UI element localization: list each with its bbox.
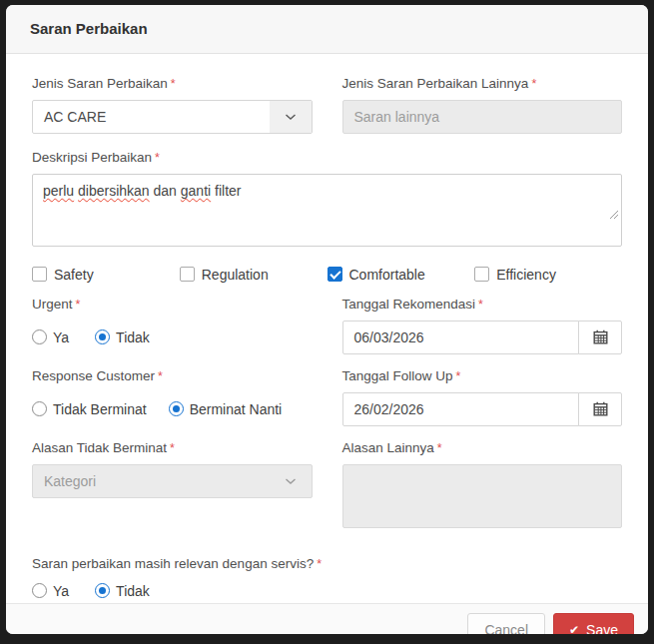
radio-relevan-tidak[interactable]: Tidak — [95, 583, 150, 599]
radio-label: Tidak — [116, 329, 150, 345]
radio-label: Tidak — [116, 583, 150, 599]
field-label: Tanggal Follow Up* — [342, 368, 623, 383]
field-urgent: Urgent* Ya Tidak — [32, 297, 313, 354]
modal-footer: Cancel ✔ Save — [6, 603, 648, 634]
field-label: Urgent* — [32, 297, 313, 312]
radio-label: Ya — [53, 583, 69, 599]
radio-tidak-berminat[interactable]: Tidak Berminat — [32, 401, 147, 417]
checkbox-icon — [180, 267, 195, 282]
field-relevan: Saran perbaikan masih relevan dengan ser… — [32, 556, 622, 603]
check-icon — [329, 269, 340, 280]
field-label: Alasan Tidak Berminat* — [32, 440, 313, 455]
tanggal-follow-up-input[interactable]: 26/02/2026 — [342, 392, 580, 426]
radio-label: Tidak Berminat — [53, 401, 147, 417]
radio-icon — [95, 583, 110, 598]
field-jenis-saran-lainnya: Jenis Saran Perbaikan Lainnya* Saran lai… — [342, 76, 623, 134]
text-segment: dan — [150, 183, 181, 199]
text-segment: perlu — [43, 183, 74, 199]
response-customer-radio-group: Tidak Berminat Berminat Nanti — [32, 392, 313, 426]
deskripsi-textarea[interactable]: perlu dibersihkan dan ganti filter — [32, 174, 622, 247]
checkbox-label: Comfortable — [349, 267, 425, 283]
field-deskripsi: Deskripsi Perbaikan* perlu dibersihkan d… — [32, 150, 622, 247]
checkbox-regulation[interactable]: Regulation — [180, 267, 327, 283]
field-response-customer: Response Customer* Tidak Berminat Bermin… — [32, 368, 313, 426]
checkbox-label: Regulation — [202, 267, 269, 283]
jenis-saran-select[interactable]: AC CARE — [32, 100, 313, 134]
field-label: Alasan Lainnya* — [342, 440, 623, 455]
text-segment: dibersihkan — [78, 183, 150, 199]
check-icon: ✔ — [569, 624, 579, 634]
jenis-saran-lainnya-input: Saran lainnya — [342, 100, 623, 134]
select-placeholder: Kategori — [33, 465, 270, 497]
date-value: 06/03/2026 — [354, 329, 424, 345]
checkbox-safety[interactable]: Safety — [32, 267, 180, 283]
radio-dot-icon — [99, 587, 106, 594]
required-mark: * — [317, 557, 322, 571]
field-label: Jenis Saran Perbaikan* — [32, 76, 313, 91]
modal-title: Saran Perbaikan — [30, 20, 148, 37]
relevan-radio-group: Ya Tidak — [32, 579, 622, 603]
radio-urgent-tidak[interactable]: Tidak — [95, 329, 150, 345]
radio-dot-icon — [173, 405, 180, 412]
radio-label: Ya — [53, 329, 69, 345]
required-mark: * — [155, 151, 160, 165]
required-mark: * — [171, 77, 176, 91]
field-label: Saran perbaikan masih relevan dengan ser… — [32, 556, 622, 571]
calendar-button[interactable] — [578, 392, 622, 426]
text-segment: filter — [211, 183, 241, 199]
alasan-lainnya-textarea — [342, 464, 623, 528]
urgent-radio-group: Ya Tidak — [32, 321, 313, 354]
checkbox-label: Safety — [54, 267, 94, 283]
select-value: AC CARE — [33, 101, 270, 133]
required-mark: * — [456, 369, 461, 383]
field-alasan-lainnya: Alasan Lainnya* — [342, 440, 623, 528]
text-segment: ganti — [181, 183, 211, 199]
checkbox-icon — [474, 267, 489, 282]
field-label: Jenis Saran Perbaikan Lainnya* — [342, 76, 623, 91]
required-mark: * — [76, 298, 81, 312]
tanggal-rekomendasi-input[interactable]: 06/03/2026 — [342, 321, 580, 354]
field-label: Response Customer* — [32, 368, 313, 383]
modal-body: Jenis Saran Perbaikan* AC CARE Jenis Sar… — [6, 54, 648, 603]
saran-perbaikan-modal: Saran Perbaikan Jenis Saran Perbaikan* A… — [6, 5, 648, 634]
radio-icon — [32, 401, 47, 416]
required-mark: * — [437, 441, 442, 455]
tanggal-follow-up-datepicker: 26/02/2026 — [342, 392, 623, 426]
input-placeholder: Saran lainnya — [354, 109, 440, 125]
alasan-tidak-berminat-select: Kategori — [32, 464, 313, 498]
checkbox-efficiency[interactable]: Efficiency — [474, 267, 622, 283]
field-tanggal-rekomendasi: Tanggal Rekomendasi* 06/03/2026 — [342, 297, 623, 354]
field-alasan-tidak-berminat: Alasan Tidak Berminat* Kategori — [32, 440, 313, 528]
checkbox-label: Efficiency — [496, 267, 556, 283]
radio-urgent-ya[interactable]: Ya — [32, 329, 69, 345]
radio-icon — [95, 329, 110, 344]
save-button[interactable]: ✔ Save — [553, 613, 634, 634]
field-jenis-saran: Jenis Saran Perbaikan* AC CARE — [32, 76, 313, 134]
chevron-down-icon — [270, 465, 312, 497]
checkbox-comfortable[interactable]: Comfortable — [327, 267, 475, 283]
radio-dot-icon — [99, 333, 106, 340]
checkbox-icon — [32, 267, 47, 282]
field-tanggal-follow-up: Tanggal Follow Up* 26/02/2026 — [342, 368, 623, 426]
radio-icon — [32, 583, 47, 598]
radio-icon — [169, 401, 184, 416]
calendar-icon — [593, 401, 608, 416]
required-mark: * — [531, 77, 536, 91]
modal-header: Saran Perbaikan — [6, 5, 648, 54]
field-label: Deskripsi Perbaikan* — [32, 150, 622, 165]
chevron-down-icon — [270, 101, 312, 133]
checkbox-icon — [327, 267, 342, 282]
radio-label: Berminat Nanti — [190, 401, 283, 417]
tanggal-rekomendasi-datepicker: 06/03/2026 — [342, 321, 623, 354]
field-label: Tanggal Rekomendasi* — [342, 297, 623, 312]
resize-grip-icon[interactable] — [570, 187, 619, 244]
category-checkbox-row: Safety Regulation Comfortable Efficiency — [32, 265, 622, 283]
required-mark: * — [170, 441, 175, 455]
cancel-button[interactable]: Cancel — [467, 613, 545, 634]
date-value: 26/02/2026 — [354, 401, 424, 417]
radio-relevan-ya[interactable]: Ya — [32, 583, 69, 599]
calendar-button[interactable] — [578, 321, 622, 354]
radio-icon — [32, 329, 47, 344]
required-mark: * — [478, 298, 483, 312]
radio-berminat-nanti[interactable]: Berminat Nanti — [169, 401, 283, 417]
